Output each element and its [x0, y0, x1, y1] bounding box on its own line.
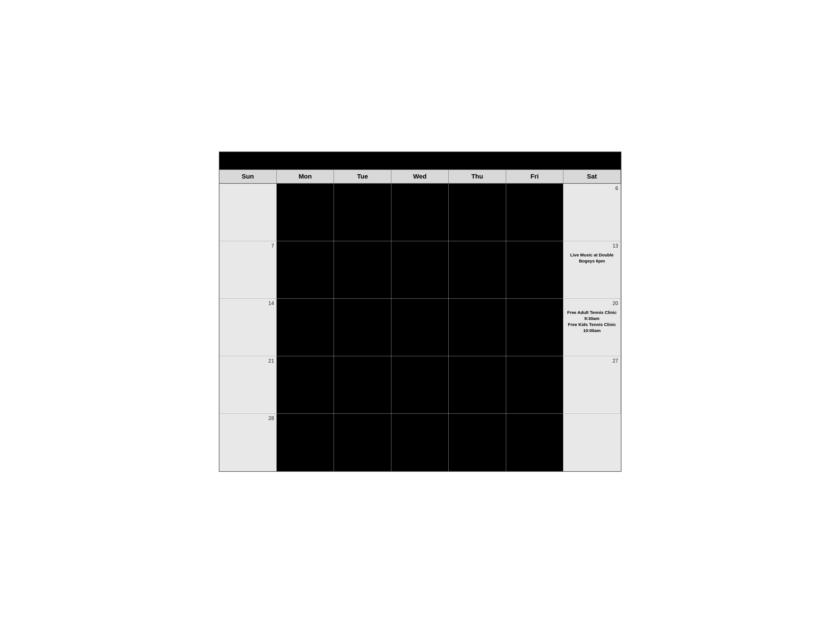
day-header-tue: Tue	[334, 170, 391, 184]
day-number: 13	[566, 243, 618, 249]
day-cell	[334, 299, 391, 356]
day-cell: 6	[564, 184, 620, 241]
day-cell	[448, 241, 506, 299]
day-number: 28	[222, 416, 274, 422]
calendar: SunMonTueWedThuFriSat6713Live Music at D…	[219, 152, 622, 472]
day-cell	[334, 356, 391, 414]
day-number: 6	[566, 186, 618, 192]
calendar-grid: SunMonTueWedThuFriSat6713Live Music at D…	[220, 169, 621, 471]
day-header-sun: Sun	[220, 170, 276, 184]
calendar-header-bar	[220, 152, 621, 169]
day-cell	[506, 299, 564, 356]
day-cell	[276, 241, 334, 299]
event-text: Free Adult Tennis Clinic 9:30am Free Kid…	[566, 309, 618, 334]
day-number: 14	[222, 301, 274, 307]
day-number: 20	[566, 301, 618, 307]
day-cell	[276, 184, 334, 241]
day-cell: 13Live Music at Double Bogeys 6pm	[564, 241, 620, 299]
day-header-thu: Thu	[448, 170, 506, 184]
day-cell	[276, 299, 334, 356]
day-cell	[506, 356, 564, 414]
day-cell	[392, 184, 448, 241]
day-cell	[220, 184, 276, 241]
day-cell	[392, 356, 448, 414]
day-cell: 21	[220, 356, 276, 414]
day-cell	[392, 414, 448, 471]
day-number: 27	[566, 358, 618, 364]
day-cell	[506, 184, 564, 241]
day-cell	[448, 356, 506, 414]
day-cell	[334, 241, 391, 299]
day-cell	[392, 241, 448, 299]
day-cell	[506, 414, 564, 471]
day-number: 21	[222, 358, 274, 364]
day-cell	[448, 184, 506, 241]
event-text: Live Music at Double Bogeys 6pm	[566, 252, 618, 264]
day-header-mon: Mon	[276, 170, 334, 184]
day-cell	[506, 241, 564, 299]
day-cell: 14	[220, 299, 276, 356]
day-cell	[448, 414, 506, 471]
day-cell	[564, 414, 620, 471]
day-cell: 27	[564, 356, 620, 414]
day-cell	[334, 414, 391, 471]
day-cell: 7	[220, 241, 276, 299]
day-header-fri: Fri	[506, 170, 564, 184]
day-cell: 20Free Adult Tennis Clinic 9:30am Free K…	[564, 299, 620, 356]
day-header-sat: Sat	[564, 170, 620, 184]
day-cell	[448, 299, 506, 356]
day-header-wed: Wed	[392, 170, 448, 184]
day-number: 7	[222, 243, 274, 249]
day-cell: 28	[220, 414, 276, 471]
day-cell	[334, 184, 391, 241]
day-cell	[276, 356, 334, 414]
day-cell	[276, 414, 334, 471]
day-cell	[392, 299, 448, 356]
